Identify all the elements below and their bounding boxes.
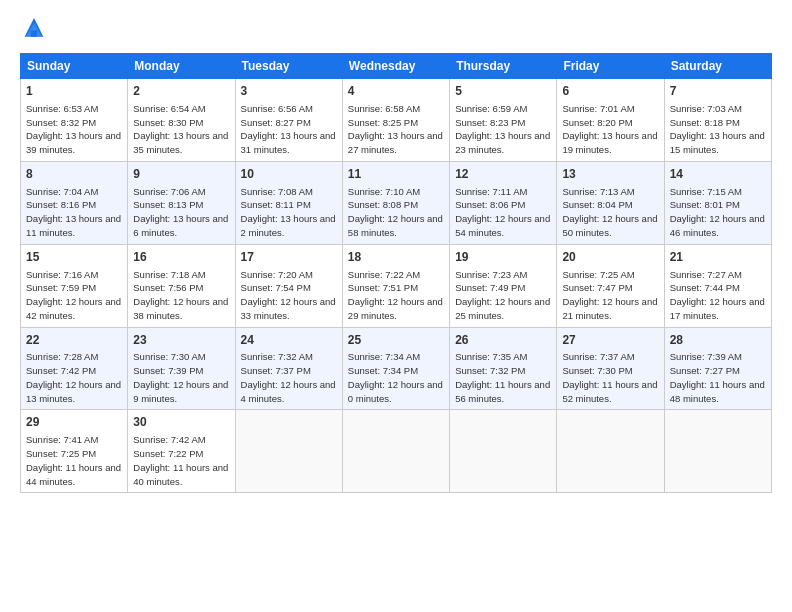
day-info: Sunrise: 6:54 AMSunset: 8:30 PMDaylight:… bbox=[133, 102, 229, 157]
calendar-week-row: 8Sunrise: 7:04 AMSunset: 8:16 PMDaylight… bbox=[21, 161, 772, 244]
day-number: 2 bbox=[133, 83, 229, 100]
day-number: 8 bbox=[26, 166, 122, 183]
day-number: 25 bbox=[348, 332, 444, 349]
day-info: Sunrise: 7:37 AMSunset: 7:30 PMDaylight:… bbox=[562, 350, 658, 405]
day-info: Sunrise: 7:01 AMSunset: 8:20 PMDaylight:… bbox=[562, 102, 658, 157]
day-number: 6 bbox=[562, 83, 658, 100]
day-number: 17 bbox=[241, 249, 337, 266]
day-info: Sunrise: 7:42 AMSunset: 7:22 PMDaylight:… bbox=[133, 433, 229, 488]
logo bbox=[20, 15, 52, 43]
calendar-table: Sunday Monday Tuesday Wednesday Thursday… bbox=[20, 53, 772, 493]
day-number: 13 bbox=[562, 166, 658, 183]
calendar-week-row: 1Sunrise: 6:53 AMSunset: 8:32 PMDaylight… bbox=[21, 79, 772, 162]
table-row: 12Sunrise: 7:11 AMSunset: 8:06 PMDayligh… bbox=[450, 161, 557, 244]
day-number: 28 bbox=[670, 332, 766, 349]
day-info: Sunrise: 6:53 AMSunset: 8:32 PMDaylight:… bbox=[26, 102, 122, 157]
table-row: 3Sunrise: 6:56 AMSunset: 8:27 PMDaylight… bbox=[235, 79, 342, 162]
col-sunday: Sunday bbox=[21, 54, 128, 79]
day-number: 11 bbox=[348, 166, 444, 183]
day-info: Sunrise: 7:13 AMSunset: 8:04 PMDaylight:… bbox=[562, 185, 658, 240]
day-number: 9 bbox=[133, 166, 229, 183]
col-tuesday: Tuesday bbox=[235, 54, 342, 79]
day-number: 27 bbox=[562, 332, 658, 349]
day-number: 20 bbox=[562, 249, 658, 266]
day-info: Sunrise: 7:11 AMSunset: 8:06 PMDaylight:… bbox=[455, 185, 551, 240]
day-number: 18 bbox=[348, 249, 444, 266]
day-info: Sunrise: 7:27 AMSunset: 7:44 PMDaylight:… bbox=[670, 268, 766, 323]
table-row bbox=[664, 410, 771, 493]
table-row bbox=[450, 410, 557, 493]
calendar-week-row: 22Sunrise: 7:28 AMSunset: 7:42 PMDayligh… bbox=[21, 327, 772, 410]
table-row: 14Sunrise: 7:15 AMSunset: 8:01 PMDayligh… bbox=[664, 161, 771, 244]
header bbox=[20, 15, 772, 43]
day-info: Sunrise: 7:10 AMSunset: 8:08 PMDaylight:… bbox=[348, 185, 444, 240]
calendar-week-row: 15Sunrise: 7:16 AMSunset: 7:59 PMDayligh… bbox=[21, 244, 772, 327]
table-row: 20Sunrise: 7:25 AMSunset: 7:47 PMDayligh… bbox=[557, 244, 664, 327]
col-saturday: Saturday bbox=[664, 54, 771, 79]
day-info: Sunrise: 7:34 AMSunset: 7:34 PMDaylight:… bbox=[348, 350, 444, 405]
table-row: 22Sunrise: 7:28 AMSunset: 7:42 PMDayligh… bbox=[21, 327, 128, 410]
day-info: Sunrise: 7:16 AMSunset: 7:59 PMDaylight:… bbox=[26, 268, 122, 323]
day-info: Sunrise: 7:39 AMSunset: 7:27 PMDaylight:… bbox=[670, 350, 766, 405]
day-number: 23 bbox=[133, 332, 229, 349]
table-row: 10Sunrise: 7:08 AMSunset: 8:11 PMDayligh… bbox=[235, 161, 342, 244]
col-friday: Friday bbox=[557, 54, 664, 79]
day-number: 22 bbox=[26, 332, 122, 349]
day-number: 7 bbox=[670, 83, 766, 100]
day-info: Sunrise: 7:41 AMSunset: 7:25 PMDaylight:… bbox=[26, 433, 122, 488]
day-info: Sunrise: 6:56 AMSunset: 8:27 PMDaylight:… bbox=[241, 102, 337, 157]
day-info: Sunrise: 7:25 AMSunset: 7:47 PMDaylight:… bbox=[562, 268, 658, 323]
day-info: Sunrise: 7:03 AMSunset: 8:18 PMDaylight:… bbox=[670, 102, 766, 157]
day-number: 14 bbox=[670, 166, 766, 183]
table-row: 15Sunrise: 7:16 AMSunset: 7:59 PMDayligh… bbox=[21, 244, 128, 327]
day-info: Sunrise: 6:58 AMSunset: 8:25 PMDaylight:… bbox=[348, 102, 444, 157]
table-row: 5Sunrise: 6:59 AMSunset: 8:23 PMDaylight… bbox=[450, 79, 557, 162]
day-number: 1 bbox=[26, 83, 122, 100]
day-number: 3 bbox=[241, 83, 337, 100]
table-row bbox=[342, 410, 449, 493]
table-row: 25Sunrise: 7:34 AMSunset: 7:34 PMDayligh… bbox=[342, 327, 449, 410]
day-number: 4 bbox=[348, 83, 444, 100]
table-row: 27Sunrise: 7:37 AMSunset: 7:30 PMDayligh… bbox=[557, 327, 664, 410]
day-info: Sunrise: 7:04 AMSunset: 8:16 PMDaylight:… bbox=[26, 185, 122, 240]
day-info: Sunrise: 7:18 AMSunset: 7:56 PMDaylight:… bbox=[133, 268, 229, 323]
header-row: Sunday Monday Tuesday Wednesday Thursday… bbox=[21, 54, 772, 79]
day-number: 15 bbox=[26, 249, 122, 266]
day-info: Sunrise: 7:22 AMSunset: 7:51 PMDaylight:… bbox=[348, 268, 444, 323]
day-info: Sunrise: 7:23 AMSunset: 7:49 PMDaylight:… bbox=[455, 268, 551, 323]
day-number: 26 bbox=[455, 332, 551, 349]
day-number: 24 bbox=[241, 332, 337, 349]
table-row: 19Sunrise: 7:23 AMSunset: 7:49 PMDayligh… bbox=[450, 244, 557, 327]
col-wednesday: Wednesday bbox=[342, 54, 449, 79]
table-row: 28Sunrise: 7:39 AMSunset: 7:27 PMDayligh… bbox=[664, 327, 771, 410]
table-row: 18Sunrise: 7:22 AMSunset: 7:51 PMDayligh… bbox=[342, 244, 449, 327]
table-row: 13Sunrise: 7:13 AMSunset: 8:04 PMDayligh… bbox=[557, 161, 664, 244]
table-row: 11Sunrise: 7:10 AMSunset: 8:08 PMDayligh… bbox=[342, 161, 449, 244]
day-info: Sunrise: 7:32 AMSunset: 7:37 PMDaylight:… bbox=[241, 350, 337, 405]
day-number: 5 bbox=[455, 83, 551, 100]
calendar-page: Sunday Monday Tuesday Wednesday Thursday… bbox=[0, 0, 792, 503]
logo-icon bbox=[20, 15, 48, 43]
day-info: Sunrise: 7:15 AMSunset: 8:01 PMDaylight:… bbox=[670, 185, 766, 240]
table-row: 24Sunrise: 7:32 AMSunset: 7:37 PMDayligh… bbox=[235, 327, 342, 410]
day-info: Sunrise: 6:59 AMSunset: 8:23 PMDaylight:… bbox=[455, 102, 551, 157]
col-thursday: Thursday bbox=[450, 54, 557, 79]
table-row: 21Sunrise: 7:27 AMSunset: 7:44 PMDayligh… bbox=[664, 244, 771, 327]
day-number: 30 bbox=[133, 414, 229, 431]
table-row: 1Sunrise: 6:53 AMSunset: 8:32 PMDaylight… bbox=[21, 79, 128, 162]
col-monday: Monday bbox=[128, 54, 235, 79]
table-row: 9Sunrise: 7:06 AMSunset: 8:13 PMDaylight… bbox=[128, 161, 235, 244]
day-info: Sunrise: 7:08 AMSunset: 8:11 PMDaylight:… bbox=[241, 185, 337, 240]
table-row: 23Sunrise: 7:30 AMSunset: 7:39 PMDayligh… bbox=[128, 327, 235, 410]
day-info: Sunrise: 7:35 AMSunset: 7:32 PMDaylight:… bbox=[455, 350, 551, 405]
day-number: 19 bbox=[455, 249, 551, 266]
table-row: 29Sunrise: 7:41 AMSunset: 7:25 PMDayligh… bbox=[21, 410, 128, 493]
svg-rect-2 bbox=[31, 31, 37, 37]
calendar-week-row: 29Sunrise: 7:41 AMSunset: 7:25 PMDayligh… bbox=[21, 410, 772, 493]
table-row bbox=[235, 410, 342, 493]
day-info: Sunrise: 7:20 AMSunset: 7:54 PMDaylight:… bbox=[241, 268, 337, 323]
day-number: 16 bbox=[133, 249, 229, 266]
table-row: 2Sunrise: 6:54 AMSunset: 8:30 PMDaylight… bbox=[128, 79, 235, 162]
day-info: Sunrise: 7:28 AMSunset: 7:42 PMDaylight:… bbox=[26, 350, 122, 405]
table-row: 17Sunrise: 7:20 AMSunset: 7:54 PMDayligh… bbox=[235, 244, 342, 327]
